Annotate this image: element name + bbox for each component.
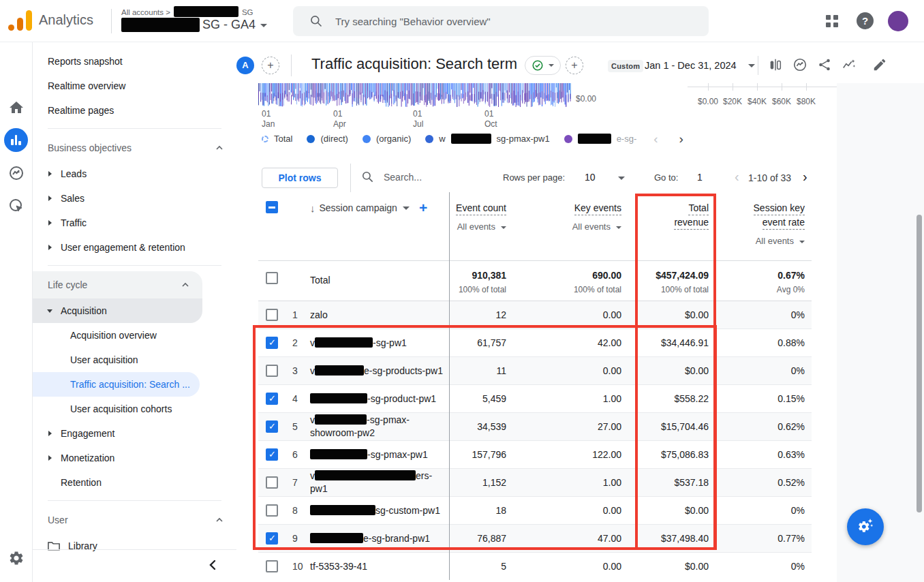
sparkline-insights-icon[interactable] xyxy=(842,57,857,72)
insights-compass-icon[interactable] xyxy=(792,57,807,72)
table-row[interactable]: 6 -sg-pmax-pw1 157,796 122.00 $75,086.83… xyxy=(258,440,812,468)
select-all-checkbox[interactable] xyxy=(266,201,278,213)
row-checkbox[interactable] xyxy=(266,532,278,545)
next-page-icon[interactable]: › xyxy=(803,169,807,185)
plot-rows-button[interactable]: Plot rows xyxy=(262,168,338,188)
legend-item-campaign-1[interactable]: wsg-pmax-pw1 xyxy=(425,134,549,144)
column-header-key-events[interactable]: Key events All events xyxy=(513,192,628,232)
sidebar-item-user-engagement[interactable]: User engagement & retention xyxy=(33,235,236,260)
sidebar-item-traffic-acquisition-selected[interactable]: Traffic acquisition: Search ... xyxy=(33,372,200,397)
column-header-session-key-event-rate[interactable]: Session key event rate All events xyxy=(715,192,812,246)
sidebar-item-acquisition-overview[interactable]: Acquisition overview xyxy=(33,323,236,348)
sidebar-item-leads[interactable]: Leads xyxy=(33,162,236,186)
redaction-box xyxy=(578,134,611,144)
add-report-button[interactable]: + xyxy=(566,57,583,74)
section-life-cycle[interactable]: Life cycle xyxy=(33,271,202,298)
report-status-pill[interactable] xyxy=(525,56,561,75)
table-row[interactable]: 3 ve-sg-products-pw1 11 0.00 $0.00 0% xyxy=(258,356,812,384)
dimension-header[interactable]: Session campaign xyxy=(320,202,397,213)
sidebar-item-monetization[interactable]: Monetization xyxy=(33,446,236,470)
legend-prev-icon[interactable]: ‹ xyxy=(653,134,658,144)
sidebar-item-engagement[interactable]: Engagement xyxy=(33,421,236,446)
share-icon[interactable] xyxy=(817,57,832,72)
row-checkbox[interactable] xyxy=(266,365,278,377)
check-circle-icon xyxy=(532,59,544,72)
chevron-down-icon[interactable] xyxy=(618,177,625,180)
property-selector[interactable]: SG - GA4 xyxy=(121,18,267,32)
segment-a-chip[interactable]: A xyxy=(236,57,254,74)
global-search-input[interactable] xyxy=(334,15,688,28)
legend-item-organic[interactable]: (organic) xyxy=(363,134,411,144)
row-checkbox[interactable] xyxy=(266,393,278,405)
legend-next-icon[interactable]: › xyxy=(679,134,683,144)
sidebar-item-sales[interactable]: Sales xyxy=(33,186,236,211)
explore-icon[interactable] xyxy=(8,165,25,181)
row-checkbox[interactable] xyxy=(266,420,278,433)
table-row[interactable]: 9 e-sg-brand-pw1 76,887 47.00 $37,498.40… xyxy=(258,524,812,552)
sort-descending-icon[interactable]: ↓ xyxy=(310,202,315,214)
table-row[interactable]: 4 -sg-product-pw1 5,459 1.00 $558.22 0.1… xyxy=(258,384,812,412)
edit-pencil-icon[interactable] xyxy=(872,57,887,72)
column-header-event-count[interactable]: Event count All events xyxy=(449,192,513,232)
table-row[interactable]: 2 v-sg-pw1 61,757 42.00 $34,446.91 0.88% xyxy=(258,328,812,356)
sidebar-item-acquisition[interactable]: Acquisition xyxy=(33,298,202,323)
sidebar-item-realtime-overview[interactable]: Realtime overview xyxy=(33,74,236,98)
name-suffix: e-sg-brand-pw1 xyxy=(363,533,430,544)
metric-value: 0.00 xyxy=(513,505,628,516)
sidebar-item-retention[interactable]: Retention xyxy=(33,470,236,495)
table-row[interactable]: 7 vers-pw1 1,152 1.00 $537.18 0.52% xyxy=(258,468,812,496)
section-business-objectives[interactable]: Business objectives xyxy=(33,134,236,162)
legend-item-direct[interactable]: (direct) xyxy=(307,134,348,144)
name-prefix: zalo xyxy=(310,309,328,320)
table-row[interactable]: 5 v-sg-pmax-showroom-pw2 34,539 27.00 $1… xyxy=(258,412,812,440)
row-checkbox[interactable] xyxy=(266,560,278,572)
legend-item-campaign-2[interactable]: e-sg- xyxy=(564,134,637,144)
row-checkbox[interactable] xyxy=(266,309,278,321)
advertising-icon[interactable] xyxy=(8,198,25,214)
add-comparison-button[interactable]: + xyxy=(262,57,279,74)
totals-checkbox[interactable] xyxy=(266,272,278,284)
table-search[interactable] xyxy=(361,170,464,183)
sidebar-item-reports-snapshot[interactable]: Reports snapshot xyxy=(33,49,236,74)
reports-icon[interactable] xyxy=(4,128,28,152)
event-filter-dropdown[interactable]: All events xyxy=(449,221,506,232)
date-range-selector[interactable]: Jan 1 - Dec 31, 2024 xyxy=(645,60,737,71)
chevron-down-icon[interactable] xyxy=(403,206,410,210)
event-filter-dropdown[interactable]: All events xyxy=(513,221,621,232)
table-row[interactable]: 8 sg-custom-pw1 18 0.00 $0.00 0% xyxy=(258,496,812,524)
add-dimension-icon[interactable]: + xyxy=(419,202,427,214)
row-checkbox[interactable] xyxy=(266,504,278,517)
row-checkbox[interactable] xyxy=(266,448,278,461)
insights-fab-button[interactable] xyxy=(847,508,884,545)
collapse-sidebar-icon[interactable] xyxy=(206,558,220,572)
sidebar-item-traffic[interactable]: Traffic xyxy=(33,211,236,235)
redaction-box xyxy=(310,393,367,403)
admin-gear-icon[interactable] xyxy=(8,550,25,566)
global-search[interactable] xyxy=(293,6,709,36)
sidebar-item-user-acquisition[interactable]: User acquisition xyxy=(33,348,236,372)
vertical-scrollbar[interactable] xyxy=(917,215,922,512)
rows-per-page-value[interactable]: 10 xyxy=(585,172,596,183)
sidebar-item-user-acquisition-cohorts[interactable]: User acquisition cohorts xyxy=(33,397,236,421)
sidebar-item-realtime-pages[interactable]: Realtime pages xyxy=(33,98,236,123)
table-row[interactable]: 10 tf-5353-39-41 5 0.00 $0.00 0% xyxy=(258,552,812,580)
campaign-name: -sg-product-pw1 xyxy=(310,393,449,405)
row-checkbox[interactable] xyxy=(266,337,278,349)
event-filter-dropdown[interactable]: All events xyxy=(715,236,805,246)
user-avatar[interactable] xyxy=(888,11,908,31)
table-search-input[interactable] xyxy=(382,171,464,183)
go-to-input[interactable]: 1 xyxy=(697,172,703,183)
dashed-circle-icon xyxy=(262,136,268,142)
legend-item-total[interactable]: Total xyxy=(262,134,292,144)
row-number: 7 xyxy=(286,477,310,488)
section-user[interactable]: User xyxy=(33,506,236,534)
row-checkbox[interactable] xyxy=(266,476,278,489)
help-icon[interactable]: ? xyxy=(857,12,874,29)
apps-grid-icon[interactable] xyxy=(826,15,839,28)
table-row[interactable]: 1 zalo 12 0.00 $0.00 0% xyxy=(258,301,812,328)
controls-divider xyxy=(350,164,351,192)
breadcrumb[interactable]: All accounts >SG xyxy=(121,6,253,17)
home-icon[interactable] xyxy=(8,99,25,116)
comparison-icon[interactable] xyxy=(768,57,783,72)
column-header-total-revenue[interactable]: Total revenue xyxy=(628,192,715,230)
